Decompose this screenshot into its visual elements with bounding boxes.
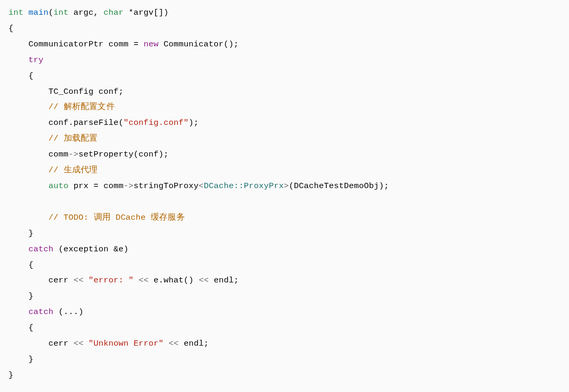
token	[134, 276, 139, 285]
token-string: "Unknown Error"	[89, 339, 164, 348]
token: cerr	[8, 339, 74, 348]
token-comment: // 生成代理	[8, 165, 97, 175]
token: (exception &e)	[54, 244, 129, 254]
token-comment: // 加载配置	[8, 134, 97, 143]
token-op: <<	[74, 339, 84, 348]
token: e.what()	[149, 276, 199, 285]
token: );	[189, 118, 199, 128]
token-type: char	[104, 8, 124, 17]
token: (	[48, 8, 54, 17]
token-keyword: catch	[8, 244, 54, 254]
token-type: int	[54, 8, 69, 17]
token: stringToProxy	[134, 181, 199, 191]
token-keyword: new	[144, 40, 159, 49]
token-brace: }	[8, 370, 14, 380]
token-func: main	[28, 8, 48, 17]
token: TC_Config conf;	[8, 87, 124, 96]
token: endl;	[209, 276, 239, 285]
token-keyword: try	[8, 55, 44, 65]
token-string: "config.conf"	[124, 118, 189, 128]
token-brace: }	[8, 229, 34, 238]
token-op: <	[199, 181, 204, 191]
token	[84, 276, 89, 285]
token: endl;	[179, 339, 209, 348]
token-brace: {	[8, 24, 14, 33]
token-op: ->	[68, 150, 79, 159]
token-comment: // 解析配置文件	[8, 102, 115, 112]
token-op: ->	[124, 181, 134, 191]
token: (DCacheTestDemoObj);	[289, 181, 389, 191]
token-op: <<	[199, 276, 209, 285]
token: Communicator();	[159, 40, 239, 49]
token-brace: {	[8, 323, 34, 332]
token-brace: }	[8, 355, 34, 364]
token-keyword: catch	[8, 307, 54, 317]
token	[164, 339, 169, 348]
token-op: >	[284, 181, 289, 191]
token-brace: }	[8, 291, 34, 301]
token-brace: {	[8, 71, 34, 81]
token-op: <<	[74, 276, 84, 285]
token-string: "error: "	[89, 276, 134, 285]
token: (...)	[54, 307, 84, 317]
token	[84, 339, 89, 348]
code-block: int main(int argc, char *argv[]) { Commu…	[0, 0, 569, 392]
token-comment: // TODO: 调用 DCache 缓存服务	[8, 213, 185, 222]
token: argc,	[68, 8, 104, 17]
token: comm	[8, 150, 68, 159]
token-brace: {	[8, 260, 34, 270]
token: *argv[])	[124, 8, 169, 17]
token: CommunicatorPtr comm =	[8, 40, 144, 49]
token: cerr	[8, 276, 74, 285]
token-op: <<	[139, 276, 149, 285]
token-type: int	[8, 8, 24, 17]
token-type: auto	[8, 181, 68, 191]
token: setProperty(conf);	[79, 150, 169, 159]
token: conf.parseFile(	[8, 118, 124, 128]
token-op: <<	[169, 339, 179, 348]
token-template: DCache::ProxyPrx	[204, 181, 284, 191]
token: prx = comm	[68, 181, 124, 191]
